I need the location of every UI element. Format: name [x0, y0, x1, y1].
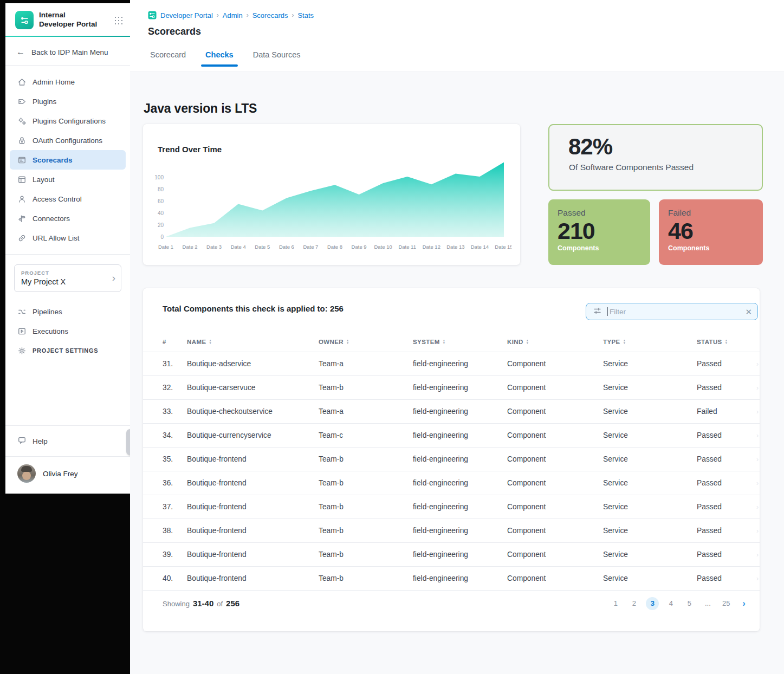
- cell-status: Failed: [697, 407, 749, 416]
- sidebar-item-plugins[interactable]: Plugins: [10, 92, 126, 111]
- column-header-owner[interactable]: OWNER▴▾: [319, 339, 413, 345]
- sidebar-item-label: Executions: [33, 327, 68, 335]
- sidebar-item-layout[interactable]: Layout: [10, 170, 126, 189]
- failed-value: 46: [668, 219, 763, 243]
- cell-kind: Component: [507, 550, 603, 559]
- cell-status: Passed: [697, 503, 749, 511]
- svg-text:100: 100: [154, 174, 164, 180]
- svg-text:40: 40: [158, 210, 164, 216]
- svg-text:Date 10: Date 10: [374, 244, 392, 250]
- cell-system: field-engineering: [413, 384, 507, 392]
- chat-icon: [17, 436, 27, 446]
- table-row[interactable]: 33.Boutique-checkoutserviceTeam-afield-e…: [143, 399, 760, 423]
- tab-data-sources[interactable]: Data Sources: [253, 50, 301, 67]
- project-name: My Project X: [21, 277, 114, 286]
- grid-icon[interactable]: [114, 16, 122, 24]
- table-row[interactable]: 31.Boutique-adserviceTeam-afield-enginee…: [143, 352, 760, 375]
- cell-status: Passed: [697, 479, 749, 487]
- pipeline-icon: [17, 307, 27, 316]
- svg-text:0: 0: [160, 234, 164, 240]
- sort-icon[interactable]: ▴▾: [725, 339, 728, 344]
- back-to-main-menu[interactable]: ← Back to IDP Main Menu: [5, 37, 130, 65]
- tab-scorecard[interactable]: Scorecard: [150, 50, 186, 67]
- table-row[interactable]: 38.Boutique-frontendTeam-bfield-engineer…: [143, 519, 760, 542]
- sidebar-item-project-settings[interactable]: PROJECT SETTINGS: [10, 341, 126, 360]
- idp-logo-icon: [15, 11, 34, 29]
- home-icon: [17, 77, 27, 87]
- sidebar-item-access-control[interactable]: Access Control: [10, 189, 126, 209]
- table-row[interactable]: 40.Boutique-frontendTeam-bfield-engineer…: [143, 566, 760, 590]
- sort-icon[interactable]: ▴▾: [347, 339, 349, 344]
- page-25[interactable]: 25: [720, 597, 733, 610]
- sidebar-item-scorecards[interactable]: Scorecards: [10, 150, 126, 170]
- page-3[interactable]: 3: [646, 597, 659, 610]
- column-label: TYPE: [603, 339, 620, 345]
- sliders-icon[interactable]: [593, 306, 602, 317]
- column-header-kind[interactable]: KIND▴▾: [507, 339, 603, 345]
- column-header-name[interactable]: NAME▴▾: [187, 339, 319, 345]
- sidebar-item-admin-home[interactable]: Admin Home: [10, 72, 126, 92]
- column-header-status[interactable]: STATUS▴▾: [697, 339, 749, 345]
- sort-icon[interactable]: ▴▾: [527, 339, 529, 344]
- chevron-right-icon: ›: [756, 503, 759, 511]
- sidebar-item-oauth-configurations[interactable]: OAuth Configurations: [10, 131, 126, 150]
- cell-kind: Component: [507, 503, 603, 511]
- close-icon[interactable]: ✕: [745, 308, 752, 316]
- page-4[interactable]: 4: [664, 597, 677, 610]
- table-row[interactable]: 35.Boutique-frontendTeam-bfield-engineer…: [143, 447, 760, 471]
- cell-type: Service: [603, 384, 697, 392]
- cell-system: field-engineering: [413, 431, 507, 439]
- sidebar-item-url-allow-list[interactable]: URL Allow List: [10, 228, 126, 248]
- cell-type: Service: [603, 407, 697, 416]
- cell-num: 34.: [163, 431, 187, 439]
- column-header-system[interactable]: SYSTEM▴▾: [413, 339, 507, 345]
- cell-owner: Team-b: [319, 479, 413, 487]
- sort-icon[interactable]: ▴▾: [624, 339, 626, 344]
- filter-input[interactable]: [607, 307, 740, 316]
- sidebar-item-plugins-configurations[interactable]: Plugins Configurations: [10, 111, 126, 131]
- chevron-right-icon: ›: [756, 360, 759, 368]
- passed-label: Passed: [558, 208, 650, 218]
- table-row[interactable]: 34.Boutique-currencyserviceTeam-cfield-e…: [143, 423, 760, 447]
- cell-type: Service: [603, 479, 697, 487]
- table-footer: Showing 31-40 of 256 12345...25›: [143, 590, 760, 616]
- sidebar-item-label: Plugins Configurations: [33, 117, 106, 125]
- chevron-right-icon[interactable]: ›: [742, 598, 746, 609]
- breadcrumb-link-admin[interactable]: Admin: [223, 11, 243, 20]
- idp-logo-icon: [148, 11, 157, 20]
- svg-text:Date 7: Date 7: [303, 244, 318, 250]
- svg-text:Date 12: Date 12: [423, 244, 440, 250]
- table-row[interactable]: 32.Boutique-carservuceTeam-bfield-engine…: [143, 375, 760, 399]
- page-5[interactable]: 5: [683, 597, 696, 610]
- sort-icon[interactable]: ▴▾: [209, 339, 211, 344]
- sidebar-item-executions[interactable]: Executions: [10, 321, 126, 341]
- cell-num: 36.: [163, 479, 187, 487]
- sidebar-item-pipelines[interactable]: Pipelines: [10, 302, 126, 321]
- breadcrumb-link-stats[interactable]: Stats: [297, 11, 314, 20]
- page-2[interactable]: 2: [627, 597, 640, 610]
- sort-icon[interactable]: ▴▾: [443, 339, 445, 344]
- showing-label: Showing: [163, 600, 190, 608]
- plugin-icon: [17, 97, 27, 106]
- project-selector[interactable]: PROJECT My Project X ›: [14, 264, 121, 292]
- table-row[interactable]: 37.Boutique-frontendTeam-bfield-engineer…: [143, 495, 760, 519]
- breadcrumb-link-scorecards[interactable]: Scorecards: [252, 11, 288, 20]
- svg-text:Date 3: Date 3: [206, 244, 222, 250]
- percent-value: 82%: [549, 125, 762, 160]
- tab-checks[interactable]: Checks: [205, 50, 234, 67]
- svg-text:Date 15: Date 15: [495, 244, 511, 250]
- svg-text:Date 5: Date 5: [255, 244, 270, 250]
- layout-icon: [17, 175, 27, 184]
- cell-name: Boutique-currencyservice: [187, 431, 319, 439]
- table-row[interactable]: 39.Boutique-frontendTeam-bfield-engineer…: [143, 542, 760, 566]
- breadcrumb-link-developer-portal[interactable]: Developer Portal: [160, 11, 213, 20]
- page-1[interactable]: 1: [609, 597, 622, 610]
- column-header-type[interactable]: TYPE▴▾: [603, 339, 697, 345]
- user-menu[interactable]: Olivia Frey: [5, 457, 130, 494]
- help-button[interactable]: Help: [5, 426, 130, 456]
- sidebar-item-connectors[interactable]: Connectors: [10, 209, 126, 228]
- cell-name: Boutique-frontend: [187, 479, 319, 487]
- table-row[interactable]: 36.Boutique-frontendTeam-bfield-engineer…: [143, 471, 760, 495]
- breadcrumb-separator: ›: [291, 11, 294, 19]
- spacer: [5, 364, 130, 425]
